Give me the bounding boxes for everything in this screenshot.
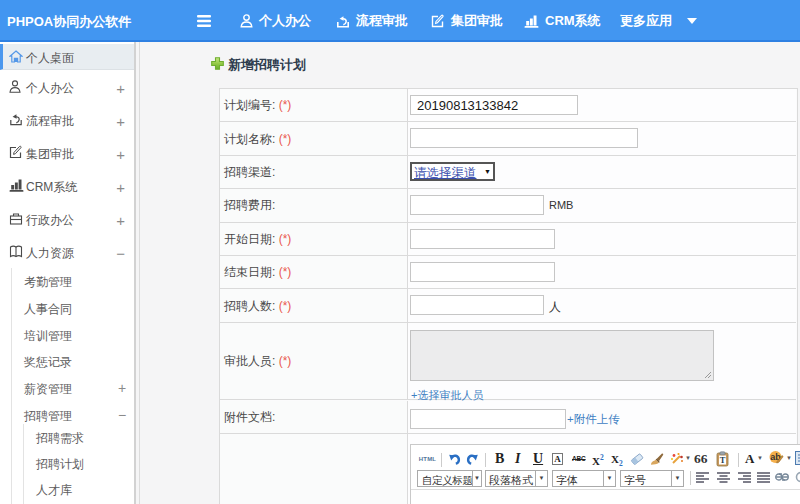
svg-text:T: T <box>720 455 726 465</box>
